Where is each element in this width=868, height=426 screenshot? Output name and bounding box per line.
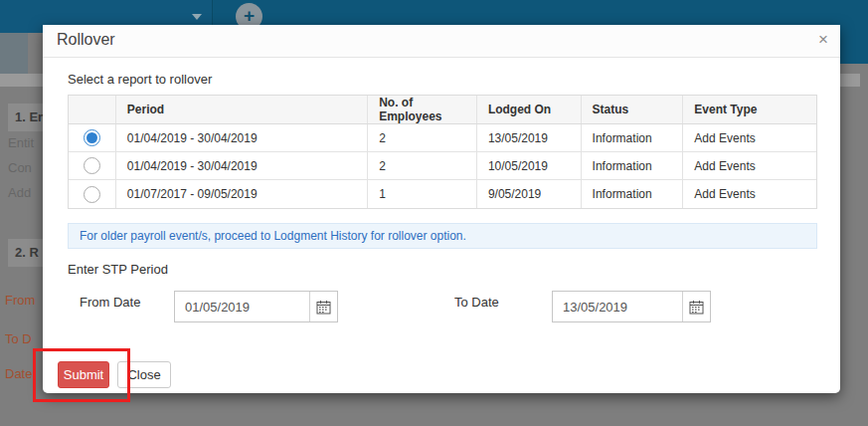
radio-button[interactable] [84, 186, 100, 203]
table-row[interactable]: 01/04/2019 - 30/04/2019 2 13/05/2019 Inf… [69, 124, 816, 152]
from-date-label: From Date [80, 295, 140, 310]
red-highlight-annotation [33, 348, 130, 402]
header-lodged-on: Lodged On [477, 96, 582, 123]
cell-employees: 2 [368, 152, 477, 179]
cell-status: Information [582, 180, 684, 208]
cell-lodged-on: 9/05/2019 [477, 180, 582, 208]
table-header-row: Period No. of Employees Lodged On Status… [69, 96, 816, 124]
calendar-icon [316, 300, 331, 315]
bg-label-to: To D [5, 331, 32, 346]
to-date-calendar-button[interactable] [682, 292, 710, 321]
cell-status: Information [582, 152, 684, 179]
cell-status: Information [582, 124, 684, 151]
radio-button-selected[interactable] [84, 129, 100, 146]
to-date-input[interactable] [553, 292, 682, 321]
reports-table: Period No. of Employees Lodged On Status… [68, 95, 817, 209]
bg-section-1-label: 1. En [15, 109, 46, 124]
bg-label-entity: Entit [8, 135, 34, 150]
calendar-icon [689, 300, 704, 315]
rollover-dialog: Rollover × Select a report to rollover P… [43, 25, 840, 393]
bg-section-2-label: 2. R [15, 245, 39, 260]
to-date-field [552, 291, 711, 322]
cell-period: 01/04/2019 - 30/04/2019 [116, 152, 368, 179]
from-date-input[interactable] [175, 292, 309, 321]
cell-event-type: Add Events [683, 180, 816, 208]
cell-event-type: Add Events [683, 152, 816, 179]
from-date-calendar-button[interactable] [309, 292, 337, 321]
cell-lodged-on: 10/05/2019 [477, 152, 582, 179]
bg-right-band-2 [0, 36, 28, 74]
header-status: Status [582, 96, 684, 123]
cell-employees: 2 [368, 124, 477, 151]
stp-period-heading: Enter STP Period [68, 262, 168, 277]
header-employees: No. of Employees [368, 96, 477, 123]
header-period: Period [116, 96, 368, 123]
header-event-type: Event Type [683, 96, 816, 123]
topbar-right-block [838, 0, 868, 64]
to-date-label: To Date [454, 295, 499, 310]
plus-icon: + [244, 5, 255, 26]
cell-period: 01/07/2017 - 09/05/2019 [116, 180, 368, 208]
from-date-field [174, 291, 338, 322]
info-banner: For older payroll event/s, proceed to Lo… [68, 223, 817, 249]
select-report-prompt: Select a report to rollover [68, 72, 212, 87]
screen: + 1. En Entit Con Add 2. R From To D Dat… [0, 0, 868, 426]
radio-button[interactable] [84, 157, 100, 174]
dialog-header: Rollover × [43, 25, 840, 58]
cell-employees: 1 [368, 180, 477, 208]
dialog-title: Rollover [57, 31, 115, 49]
cell-period: 01/04/2019 - 30/04/2019 [116, 124, 368, 151]
bg-label-date: Date [5, 366, 32, 381]
cell-lodged-on: 13/05/2019 [477, 124, 582, 151]
header-radio-col [69, 96, 116, 123]
table-row[interactable]: 01/07/2017 - 09/05/2019 1 9/05/2019 Info… [69, 180, 816, 208]
bg-label-address: Add [8, 185, 31, 200]
close-icon[interactable]: × [818, 29, 828, 51]
bg-label-contact: Con [8, 160, 32, 175]
chevron-down-icon [192, 14, 202, 20]
bg-label-from: From [5, 293, 35, 308]
table-row[interactable]: 01/04/2019 - 30/04/2019 2 10/05/2019 Inf… [69, 152, 816, 180]
cell-event-type: Add Events [683, 124, 816, 151]
